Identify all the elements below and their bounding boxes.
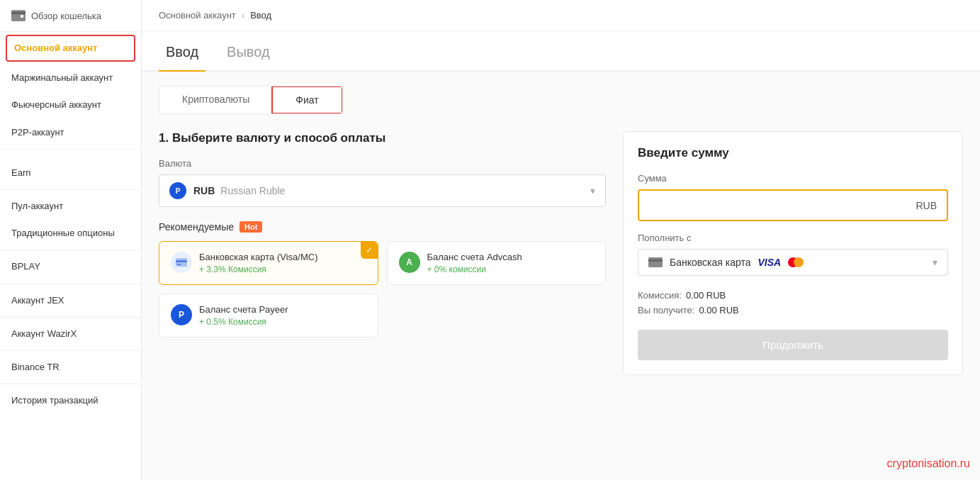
breadcrumb-current: Ввод xyxy=(250,10,271,21)
divider-7 xyxy=(0,384,141,384)
tab-crypto[interactable]: Криптовалюты xyxy=(159,86,272,113)
visa-logo: VISA xyxy=(757,257,781,268)
content-area: Криптовалюты Фиат 1. Выберите валюту и с… xyxy=(142,72,980,480)
breadcrumb: Основной аккаунт › Ввод xyxy=(142,0,980,31)
receive-value: 0.00 RUB xyxy=(699,305,738,316)
receive-row: Вы получите: 0.00 RUB xyxy=(638,305,948,316)
currency-select[interactable]: P RUB Russian Ruble ▾ xyxy=(159,174,606,207)
svg-rect-5 xyxy=(177,264,181,265)
card-icon-small xyxy=(648,257,663,267)
amount-input-wrap: RUB xyxy=(638,189,948,221)
currency-label: Валюта xyxy=(159,158,606,169)
sidebar-item-transaction-history[interactable]: История транзакций xyxy=(0,387,141,414)
amount-label: Сумма xyxy=(638,173,948,184)
divider-1 xyxy=(0,149,141,150)
continue-button[interactable]: Продолжить xyxy=(638,330,948,360)
sidebar-title: Обзор кошелька xyxy=(31,11,101,21)
currency-code: RUB xyxy=(193,185,215,196)
card-icon xyxy=(171,252,192,273)
populate-chevron-icon: ▾ xyxy=(933,257,937,268)
currency-icon: P xyxy=(169,182,186,199)
sidebar-item-pool-account[interactable]: Пул-аккаунт xyxy=(0,193,141,220)
tab-deposit[interactable]: Ввод xyxy=(159,31,205,72)
svg-rect-7 xyxy=(648,259,663,262)
sidebar-header[interactable]: Обзор кошелька xyxy=(0,0,141,32)
payment-option-bank-card[interactable]: Банковская карта (Visa/MC) + 3.3% Комисс… xyxy=(159,241,378,285)
divider-2 xyxy=(0,189,141,190)
recommended-label: Рекомендуемые Hot xyxy=(159,221,606,233)
wallet-icon xyxy=(11,10,26,21)
sidebar: Обзор кошелька Основной аккаунт Маржинал… xyxy=(0,0,142,480)
payment-name-bank-card: Банковская карта (Visa/MC) xyxy=(199,252,366,262)
page-tabs: Ввод Вывод xyxy=(142,31,980,72)
payment-fee-payeer: + 0.5% Комиссия xyxy=(199,317,366,327)
sidebar-item-p2p-account[interactable]: P2P-аккаунт xyxy=(0,119,141,146)
payment-fee-advcash: + 0% комиссии xyxy=(427,264,595,274)
commission-label: Комиссия: xyxy=(638,290,682,301)
amount-input[interactable] xyxy=(639,191,906,220)
divider-3 xyxy=(0,250,141,250)
populate-select[interactable]: Банковская карта VISA ▾ xyxy=(638,249,948,276)
sidebar-item-binance-tr[interactable]: Binance TR xyxy=(0,354,141,381)
step1-title: 1. Выберите валюту и способ оплаты xyxy=(159,131,606,145)
breadcrumb-parent[interactable]: Основной аккаунт xyxy=(159,10,236,21)
advcash-icon: A xyxy=(399,252,420,273)
divider-6 xyxy=(0,350,141,351)
mastercard-icon xyxy=(788,257,804,267)
col-left: 1. Выберите валюту и способ оплаты Валют… xyxy=(159,131,606,375)
sidebar-item-futures-account[interactable]: Фьючерсный аккаунт xyxy=(0,91,141,118)
svg-rect-2 xyxy=(21,15,23,18)
breadcrumb-separator: › xyxy=(242,10,244,21)
two-col-layout: 1. Выберите валюту и способ оплаты Валют… xyxy=(159,131,963,375)
amount-currency: RUB xyxy=(906,200,947,211)
sidebar-item-bplay[interactable]: BPLAY xyxy=(0,253,141,280)
sidebar-item-main-account[interactable]: Основной аккаунт xyxy=(6,35,135,62)
hot-badge: Hot xyxy=(240,221,262,233)
payeer-icon: P xyxy=(171,304,192,325)
payment-grid: Банковская карта (Visa/MC) + 3.3% Комисс… xyxy=(159,241,606,337)
payment-name-payeer: Баланс счета Payeer xyxy=(199,304,366,315)
right-panel: Введите сумму Сумма RUB Пополнить с xyxy=(623,131,963,375)
tab-withdraw[interactable]: Вывод xyxy=(220,31,276,72)
sidebar-item-earn[interactable]: Earn xyxy=(0,160,141,186)
sidebar-item-margin-account[interactable]: Маржинальный аккаунт xyxy=(0,65,141,91)
svg-rect-1 xyxy=(11,11,26,14)
populate-value: Банковская карта xyxy=(670,257,750,268)
payment-name-advcash: Баланс счета Advcash xyxy=(427,252,595,262)
payment-option-payeer[interactable]: P Баланс счета Payeer + 0.5% Комиссия xyxy=(159,294,378,337)
step2-title: Введите сумму xyxy=(638,146,948,160)
payment-info-bank-card: Банковская карта (Visa/MC) + 3.3% Комисс… xyxy=(199,252,366,274)
sub-tabs: Криптовалюты Фиат xyxy=(159,86,343,114)
receive-label: Вы получите: xyxy=(638,305,694,316)
divider-4 xyxy=(0,284,141,284)
col-right: Введите сумму Сумма RUB Пополнить с xyxy=(623,131,963,375)
tab-fiat[interactable]: Фиат xyxy=(271,86,342,114)
svg-rect-4 xyxy=(176,260,187,262)
chevron-down-icon: ▾ xyxy=(590,185,595,196)
main-content: Основной аккаунт › Ввод Ввод Вывод Крипт… xyxy=(142,0,980,480)
sidebar-item-wazirx-account[interactable]: Аккаунт WazirX xyxy=(0,320,141,347)
populate-label: Пополнить с xyxy=(638,233,948,243)
divider-5 xyxy=(0,317,141,318)
commission-row: Комиссия: 0.00 RUB xyxy=(638,290,948,301)
payment-option-advcash[interactable]: A Баланс счета Advcash + 0% комиссии xyxy=(387,241,607,285)
payment-info-payeer: Баланс счета Payeer + 0.5% Комиссия xyxy=(199,304,366,327)
payment-info-advcash: Баланс счета Advcash + 0% комиссии xyxy=(427,252,595,274)
sidebar-item-traditional-options[interactable]: Традиционные опционы xyxy=(0,220,141,247)
svg-rect-6 xyxy=(648,257,663,267)
payment-fee-bank-card: + 3.3% Комиссия xyxy=(199,264,366,274)
currency-name: Russian Ruble xyxy=(220,185,285,196)
commission-value: 0.00 RUB xyxy=(686,290,726,301)
sidebar-item-jex-account[interactable]: Аккаунт JEX xyxy=(0,287,141,314)
